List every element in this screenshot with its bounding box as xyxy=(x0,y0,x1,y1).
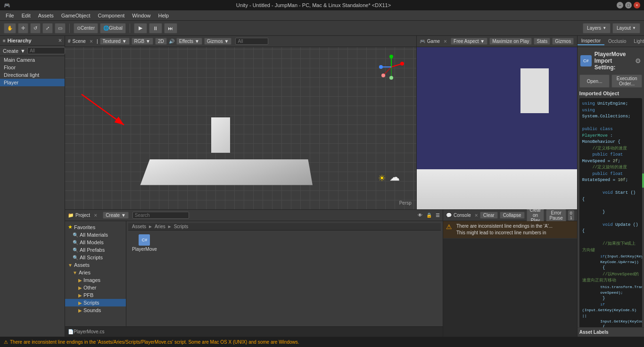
hierarchy-item-player[interactable]: Player xyxy=(0,79,65,86)
center-button[interactable]: ⊙ Center xyxy=(74,23,98,33)
project-panel: 📁 Project × Create ▼ 👁 🔒 ☰ ★ Favorites xyxy=(65,210,443,337)
hierarchy-close[interactable]: × xyxy=(58,37,62,44)
tab-lightmap[interactable]: Lightma xyxy=(630,38,644,45)
close-button[interactable]: × xyxy=(634,2,640,8)
tab-inspector[interactable]: Inspector xyxy=(578,37,604,45)
tree-all-scripts[interactable]: 🔍 All Scripts xyxy=(65,254,126,261)
toolbar-move-tool[interactable]: ✛ xyxy=(18,23,28,33)
gizmos-btn[interactable]: Gizmos ▼ xyxy=(204,38,232,45)
shading-mode-btn[interactable]: Textured ▼ xyxy=(100,38,130,45)
step-button[interactable]: ⏭ xyxy=(164,23,177,33)
scene-tab-icon: # xyxy=(68,39,71,44)
create-label[interactable]: Create xyxy=(3,48,18,54)
game-canvas[interactable] xyxy=(417,47,577,209)
folder-icon-pfb: ▶ xyxy=(78,293,82,298)
toolbar-rotate-tool[interactable]: ↺ xyxy=(30,23,41,33)
breadcrumb-aries[interactable]: Aries xyxy=(155,224,165,229)
project-lock-btn[interactable]: 🔒 xyxy=(426,213,432,218)
console-entry-text: There are inconsistent line endings in t… xyxy=(456,223,553,236)
tree-all-prefabs[interactable]: 🔍 All Prefabs xyxy=(65,246,126,254)
breadcrumb-assets[interactable]: Assets xyxy=(132,224,146,229)
tree-assets[interactable]: ▼ Assets xyxy=(65,261,126,269)
console-collapse-btn[interactable]: Collapse xyxy=(500,212,525,219)
open-button[interactable]: Open... xyxy=(579,74,610,88)
tree-other[interactable]: ▶ Other xyxy=(65,284,126,291)
maximize-button[interactable]: □ xyxy=(625,2,632,8)
asset-cs-icon: C# xyxy=(139,234,150,246)
menu-edit[interactable]: Edit xyxy=(18,12,34,19)
effects-btn[interactable]: Effects ▼ xyxy=(176,38,202,45)
scene-gizmo[interactable] xyxy=(379,54,405,80)
toolbar-rect-tool[interactable]: ▭ xyxy=(55,23,66,33)
breadcrumb-scripts[interactable]: Scripts xyxy=(174,224,189,229)
tab-occlusion[interactable]: Occlusio xyxy=(604,38,630,45)
console-error-pause-btn[interactable]: Error Pause xyxy=(546,209,566,222)
tree-scripts[interactable]: ▶ Scripts xyxy=(65,299,126,306)
folder-icon-sounds: ▶ xyxy=(78,308,82,313)
menu-assets[interactable]: Assets xyxy=(34,12,58,19)
tree-sounds[interactable]: ▶ Sounds xyxy=(65,306,126,314)
sun-icon: ☀ xyxy=(378,173,386,183)
layout-dropdown[interactable]: Layout ▼ xyxy=(612,23,640,33)
console-clear-btn[interactable]: Clear xyxy=(480,212,498,219)
rgb-btn[interactable]: RGB ▼ xyxy=(132,38,153,45)
tree-favorites[interactable]: ★ Favorites xyxy=(65,223,126,231)
game-close[interactable]: × xyxy=(444,38,447,45)
project-create-btn[interactable]: Create ▼ xyxy=(103,212,129,219)
minimize-button[interactable]: − xyxy=(617,2,623,8)
scene-close[interactable]: × xyxy=(90,38,93,45)
center-pivot-icon: ⊙ xyxy=(77,25,81,31)
warning-icon: ⚠ xyxy=(446,223,454,231)
tree-pfb[interactable]: ▶ PFB xyxy=(65,291,126,299)
game-toolbar: 🎮 Game × Free Aspect ▼ Maximize on Play … xyxy=(417,36,577,47)
menu-help[interactable]: Help xyxy=(154,12,173,19)
inspector-gear-button[interactable]: ⚙ xyxy=(635,57,641,65)
hierarchy-item-floor[interactable]: Floor xyxy=(0,64,65,71)
game-cube xyxy=(520,68,549,113)
window-title: Unity - Untitled - JumpMan - PC, Mac & L… xyxy=(10,2,617,8)
layers-dropdown[interactable]: Layers ▼ xyxy=(583,23,611,33)
hierarchy-item-light[interactable]: Directional light xyxy=(0,71,65,79)
menu-gameobject[interactable]: GameObject xyxy=(58,12,94,19)
cs-file-icon: C# xyxy=(580,55,592,66)
tree-images[interactable]: ▶ Images xyxy=(65,276,126,284)
asset-playermove[interactable]: C# PlayerMove xyxy=(130,232,159,254)
project-menu-btn[interactable]: ☰ xyxy=(436,213,440,218)
scene-game-top: # Scene × | Textured ▼ RGB ▼ 2D 🔊 Effect… xyxy=(65,36,577,209)
maximize-play-btn[interactable]: Maximize on Play xyxy=(489,38,532,45)
project-search[interactable] xyxy=(132,212,189,219)
tree-all-materials[interactable]: 🔍 All Materials xyxy=(65,231,126,239)
2d-btn[interactable]: 2D xyxy=(155,38,167,45)
hierarchy-item-camera[interactable]: Main Camera xyxy=(0,56,65,64)
project-eye-btn[interactable]: 👁 xyxy=(418,213,422,218)
hierarchy-search-input[interactable] xyxy=(27,47,65,54)
console-close[interactable]: × xyxy=(475,212,478,219)
status-warning[interactable]: ⚠ There are inconsistent line endings in… xyxy=(4,339,299,345)
pause-button[interactable]: ⏸ xyxy=(149,23,162,33)
console-entry-1[interactable]: ⚠ There are inconsistent line endings in… xyxy=(443,221,577,239)
footer-filename: PlayerMove.cs xyxy=(74,329,105,334)
toolbar-scale-tool[interactable]: ⤢ xyxy=(42,23,53,33)
project-toolbar: 📁 Project × Create ▼ 👁 🔒 ☰ xyxy=(65,210,443,221)
scene-canvas[interactable]: Persp ☀ ☁ xyxy=(65,47,416,209)
tree-all-models[interactable]: 🔍 All Models xyxy=(65,239,126,246)
aspect-btn[interactable]: Free Aspect ▼ xyxy=(451,38,487,45)
execution-order-button[interactable]: Execution Order... xyxy=(611,74,642,88)
project-close[interactable]: × xyxy=(94,212,97,219)
toolbar-hand-tool[interactable]: ✋ xyxy=(4,23,16,33)
project-footer: 📄 PlayerMove.cs xyxy=(65,326,443,337)
global-button[interactable]: 🌐 Global xyxy=(100,23,126,33)
game-gizmos-btn[interactable]: Gizmos xyxy=(552,38,574,45)
scene-search[interactable] xyxy=(235,38,268,45)
stats-btn[interactable]: Stats xyxy=(534,38,550,45)
project-tab-icon: 📁 xyxy=(68,213,74,218)
menu-component[interactable]: Component xyxy=(94,12,128,19)
menu-window[interactable]: Window xyxy=(128,12,154,19)
svg-point-9 xyxy=(379,65,383,69)
play-button[interactable]: ▶ xyxy=(134,23,147,33)
tree-aries[interactable]: ▼ Aries xyxy=(65,269,126,276)
menu-file[interactable]: File xyxy=(2,12,18,19)
inspector-asset-name: PlayerMove Import Setting: xyxy=(594,51,632,71)
search-icon-scripts: 🔍 xyxy=(73,255,78,260)
folder-icon-scripts: ▶ xyxy=(78,300,82,306)
